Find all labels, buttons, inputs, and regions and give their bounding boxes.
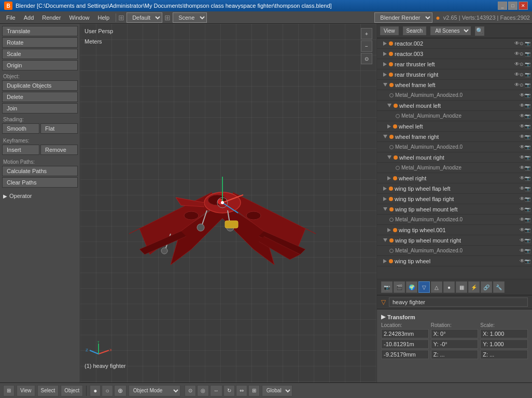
world-props-icon[interactable]: 🌍 bbox=[406, 281, 417, 293]
rotation-z-field[interactable] bbox=[431, 350, 479, 359]
visibility-icon[interactable]: 👁 bbox=[520, 134, 525, 139]
location-z-field[interactable] bbox=[381, 350, 429, 359]
scale-x-field[interactable] bbox=[480, 329, 528, 338]
zoom-out-button[interactable]: − bbox=[361, 40, 372, 52]
render-icon[interactable]: 📷 bbox=[525, 124, 530, 129]
operator-header[interactable]: ▶ Operator bbox=[2, 192, 78, 200]
scale-gizmo-btn[interactable]: ⇔ bbox=[236, 385, 247, 396]
object-props-icon[interactable]: ▽ bbox=[418, 281, 430, 293]
render-icon[interactable]: 📷 bbox=[525, 145, 530, 150]
rotate-button[interactable]: Rotate bbox=[2, 37, 78, 48]
list-item[interactable]: wheel mount right 👁 📷 bbox=[377, 152, 532, 163]
render-icon[interactable]: 📷 bbox=[525, 228, 530, 233]
cursor-icon[interactable]: ⊙ bbox=[520, 72, 525, 77]
duplicate-objects-button[interactable]: Duplicate Objects bbox=[2, 80, 78, 91]
visibility-icon[interactable]: 👁 bbox=[520, 154, 525, 160]
scale-button[interactable]: Scale bbox=[2, 49, 78, 59]
render-icon[interactable]: 📷 bbox=[525, 176, 530, 181]
object-menu-btn[interactable]: Object bbox=[61, 385, 83, 396]
remove-keyframe-button[interactable]: Remove bbox=[40, 145, 78, 155]
scale-z-field[interactable] bbox=[480, 350, 528, 359]
menu-window[interactable]: Window bbox=[65, 13, 93, 22]
visibility-icon[interactable]: 👁 bbox=[514, 61, 520, 67]
list-item[interactable]: Metal_Aluminum_Anodized.0 👁 📷 bbox=[377, 90, 532, 101]
object-name-field[interactable] bbox=[389, 297, 528, 307]
flat-button[interactable]: Flat bbox=[40, 123, 78, 134]
list-item[interactable]: wheel frame left 👁 ⊙ 📷 bbox=[377, 80, 532, 90]
render-icon[interactable]: 📷 bbox=[525, 113, 530, 119]
list-item[interactable]: wing tip wheel.001 👁 📷 bbox=[377, 225, 532, 235]
visibility-icon[interactable]: 👁 bbox=[520, 217, 525, 222]
visibility-icon[interactable]: 👁 bbox=[520, 103, 525, 108]
close-button[interactable]: ✕ bbox=[519, 2, 528, 10]
list-item[interactable]: reactor.003 👁 ⊙ 📷 bbox=[377, 49, 532, 59]
menu-render[interactable]: Render bbox=[38, 13, 65, 22]
delete-button[interactable]: Delete bbox=[2, 92, 78, 102]
list-item[interactable]: Metal_Aluminum_Anodized.0 👁 📷 bbox=[377, 215, 532, 225]
renderer-select[interactable]: Blender Render bbox=[374, 12, 432, 23]
list-item[interactable]: Metal_Aluminum_Anodized.0 👁 📷 bbox=[377, 142, 532, 152]
pivot-btn[interactable]: ⊕ bbox=[114, 385, 127, 396]
translate-button[interactable]: Translate bbox=[2, 26, 78, 36]
scale-y-field[interactable] bbox=[480, 339, 528, 349]
render-icon[interactable]: 📷 bbox=[525, 248, 530, 253]
zoom-fit-button[interactable]: ⊙ bbox=[361, 53, 372, 64]
rotation-y-field[interactable] bbox=[431, 339, 479, 349]
visibility-icon[interactable]: 👁 bbox=[514, 72, 520, 77]
smooth-button[interactable]: Smooth bbox=[2, 123, 39, 134]
list-item[interactable]: wing tip wheel flap right 👁 📷 bbox=[377, 194, 532, 204]
modifier-props-icon[interactable]: 🔧 bbox=[493, 281, 505, 293]
render-icon[interactable]: 📷 bbox=[525, 72, 530, 77]
clear-paths-button[interactable]: Clear Paths bbox=[2, 177, 78, 188]
visibility-icon[interactable]: 👁 bbox=[520, 227, 525, 233]
insert-keyframe-button[interactable]: Insert bbox=[2, 145, 39, 155]
render-icon[interactable]: 📷 bbox=[525, 134, 530, 139]
calculate-paths-button[interactable]: Calculate Paths bbox=[2, 166, 78, 176]
list-item[interactable]: wing tip wheel flap left 👁 📷 bbox=[377, 183, 532, 194]
maximize-button[interactable]: □ bbox=[508, 2, 517, 10]
list-item[interactable]: wing tip wheel mount left 👁 📷 bbox=[377, 204, 532, 215]
global-select[interactable]: Global bbox=[262, 385, 292, 396]
visibility-icon[interactable]: 👁 bbox=[520, 144, 525, 150]
view-button[interactable]: View bbox=[380, 26, 399, 35]
move-btn[interactable]: ↔ bbox=[210, 385, 222, 396]
texture-props-icon[interactable]: ▦ bbox=[456, 281, 467, 293]
list-item[interactable]: wing tip wheel mount right 👁 📷 bbox=[377, 235, 532, 246]
zoom-in-button[interactable]: + bbox=[361, 28, 372, 39]
cursor-icon[interactable]: ⊙ bbox=[520, 62, 525, 67]
physics-props-icon[interactable]: ⚡ bbox=[468, 281, 480, 293]
visibility-icon[interactable]: 👁 bbox=[520, 175, 525, 181]
scene-select[interactable]: Scene bbox=[173, 12, 207, 23]
render-icon[interactable]: 📷 bbox=[525, 93, 530, 98]
mesh-props-icon[interactable]: △ bbox=[431, 281, 442, 293]
visibility-icon[interactable]: 👁 bbox=[520, 165, 525, 170]
visibility-icon[interactable]: 👁 bbox=[520, 258, 525, 264]
shading-wire-btn[interactable]: ○ bbox=[102, 385, 113, 396]
list-item[interactable]: wheel frame right 👁 📷 bbox=[377, 132, 532, 142]
window-controls[interactable]: _ □ ✕ bbox=[498, 2, 528, 10]
render-icon[interactable]: 📷 bbox=[525, 207, 530, 212]
render-icon[interactable]: 📷 bbox=[525, 238, 530, 243]
render-props-icon[interactable]: 📷 bbox=[381, 281, 393, 293]
visibility-icon[interactable]: 👁 bbox=[514, 51, 520, 56]
visibility-icon[interactable]: 👁 bbox=[514, 40, 520, 46]
search-button[interactable]: Search bbox=[403, 26, 427, 35]
cursor-icon[interactable]: ⊙ bbox=[520, 51, 525, 56]
list-item[interactable]: rear thruster right 👁 ⊙ 📷 bbox=[377, 69, 532, 80]
constraint-props-icon[interactable]: 🔗 bbox=[481, 281, 492, 293]
render-icon[interactable]: 📷 bbox=[525, 165, 530, 170]
list-item[interactable]: rear thruster left 👁 ⊙ 📷 bbox=[377, 59, 532, 69]
render-icon[interactable]: 📷 bbox=[525, 186, 530, 191]
list-item[interactable]: wheel left 👁 📷 bbox=[377, 121, 532, 132]
gizmo-btn[interactable]: ⊞ bbox=[248, 385, 260, 396]
origin-button[interactable]: Origin bbox=[2, 60, 78, 70]
render-icon[interactable]: 📷 bbox=[525, 196, 530, 202]
select-menu-btn[interactable]: Select bbox=[37, 385, 59, 396]
rotation-x-field[interactable] bbox=[431, 329, 479, 338]
visibility-icon[interactable]: 👁 bbox=[520, 206, 525, 212]
list-item[interactable]: Metal_Aluminum_Anodize 👁 📷 bbox=[377, 163, 532, 173]
proportional-btn[interactable]: ◎ bbox=[197, 385, 209, 396]
material-props-icon[interactable]: ● bbox=[443, 281, 455, 293]
render-icon[interactable]: 📷 bbox=[525, 82, 530, 88]
cursor-icon[interactable]: ⊙ bbox=[520, 82, 525, 88]
